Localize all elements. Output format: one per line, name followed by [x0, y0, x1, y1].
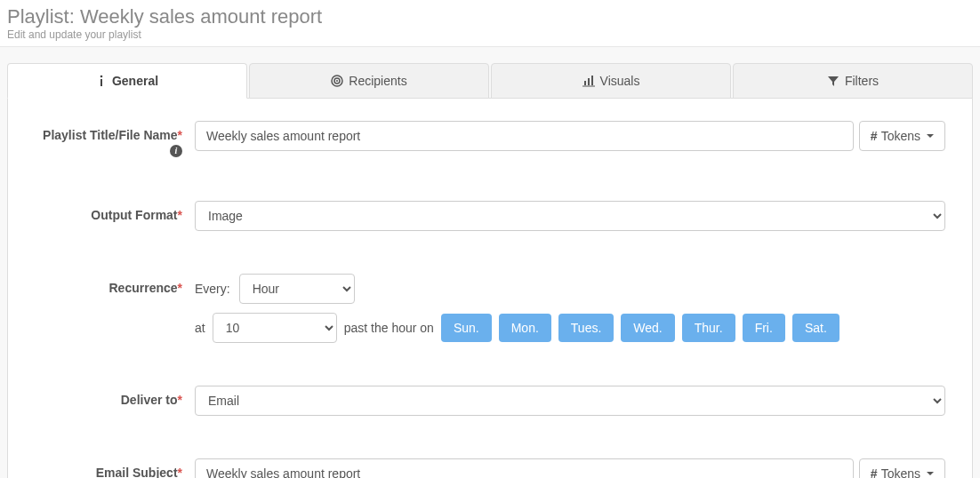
deliver-to-label: Deliver to*	[35, 386, 195, 408]
email-subject-label: Email Subject*	[35, 458, 195, 478]
tab-recipients[interactable]: Recipients	[249, 63, 489, 99]
svg-rect-6	[588, 78, 590, 85]
day-sun[interactable]: Sun.	[441, 314, 492, 342]
info-icon	[96, 75, 107, 87]
tab-label: General	[112, 74, 158, 88]
every-label: Every:	[195, 282, 230, 296]
email-subject-input[interactable]	[195, 458, 854, 478]
svg-point-4	[336, 80, 338, 82]
filter-icon	[827, 75, 839, 87]
tokens-button[interactable]: # Tokens	[859, 458, 945, 478]
required-asterisk: *	[178, 281, 182, 295]
tokens-button[interactable]: # Tokens	[859, 121, 945, 151]
tokens-label: Tokens	[881, 466, 920, 478]
target-icon	[331, 75, 343, 87]
row-playlist-title: Playlist Title/File Name* i # Tokens	[35, 121, 945, 158]
tabs-nav: General Recipients Visuals Filters	[7, 63, 973, 99]
label-text: Recurrence	[109, 281, 178, 295]
label-text: Deliver to	[121, 393, 178, 407]
playlist-title-input[interactable]	[195, 121, 854, 151]
page-header: Playlist: Weekly sales amount report Edi…	[0, 0, 980, 47]
content-wrap: General Recipients Visuals Filters Playl…	[0, 47, 980, 478]
label-text: Email Subject	[96, 466, 178, 478]
output-format-select[interactable]: Image	[195, 201, 945, 231]
svg-rect-1	[100, 79, 102, 86]
bar-chart-icon	[582, 75, 595, 87]
required-asterisk: *	[178, 128, 182, 142]
required-asterisk: *	[178, 466, 182, 478]
day-mon[interactable]: Mon.	[499, 314, 551, 342]
day-sat[interactable]: Sat.	[792, 314, 839, 342]
tab-label: Filters	[845, 74, 879, 88]
tab-label: Visuals	[600, 74, 640, 88]
required-asterisk: *	[178, 208, 182, 222]
tokens-label: Tokens	[881, 129, 920, 143]
row-output-format: Output Format* Image	[35, 201, 945, 231]
svg-point-0	[100, 76, 103, 78]
label-text: Playlist Title/File Name	[43, 128, 177, 142]
every-select[interactable]: Hour	[239, 274, 355, 304]
hash-icon: #	[871, 466, 878, 478]
day-tue[interactable]: Tues.	[558, 314, 615, 342]
hash-icon: #	[871, 129, 878, 143]
at-minute-select[interactable]: 10	[213, 313, 337, 343]
row-recurrence: Recurrence* Every: Hour at 10 past the h…	[35, 274, 945, 343]
svg-rect-5	[584, 81, 586, 85]
row-deliver-to: Deliver to* Email	[35, 386, 945, 416]
chevron-down-icon	[927, 472, 934, 475]
tab-label: Recipients	[349, 74, 406, 88]
day-fri[interactable]: Fri.	[743, 314, 785, 342]
tab-filters[interactable]: Filters	[733, 63, 973, 99]
info-icon[interactable]: i	[170, 145, 182, 157]
recurrence-label: Recurrence*	[35, 274, 195, 296]
day-thu[interactable]: Thur.	[682, 314, 735, 342]
past-hour-label: past the hour on	[344, 321, 434, 335]
day-wed[interactable]: Wed.	[621, 314, 674, 342]
required-asterisk: *	[178, 393, 182, 407]
playlist-title-label: Playlist Title/File Name* i	[35, 121, 195, 158]
tab-visuals[interactable]: Visuals	[491, 63, 731, 99]
deliver-to-select[interactable]: Email	[195, 386, 945, 416]
label-text: Output Format	[91, 208, 177, 222]
page-title: Playlist: Weekly sales amount report	[7, 5, 973, 28]
row-email-subject: Email Subject* # Tokens	[35, 458, 945, 478]
svg-rect-7	[591, 76, 593, 85]
output-format-label: Output Format*	[35, 201, 195, 223]
chevron-down-icon	[927, 134, 934, 138]
page-subtitle: Edit and update your playlist	[7, 28, 973, 41]
at-label: at	[195, 321, 205, 335]
tab-general[interactable]: General	[7, 63, 247, 99]
tab-panel-general: Playlist Title/File Name* i # Tokens Out…	[7, 99, 973, 478]
